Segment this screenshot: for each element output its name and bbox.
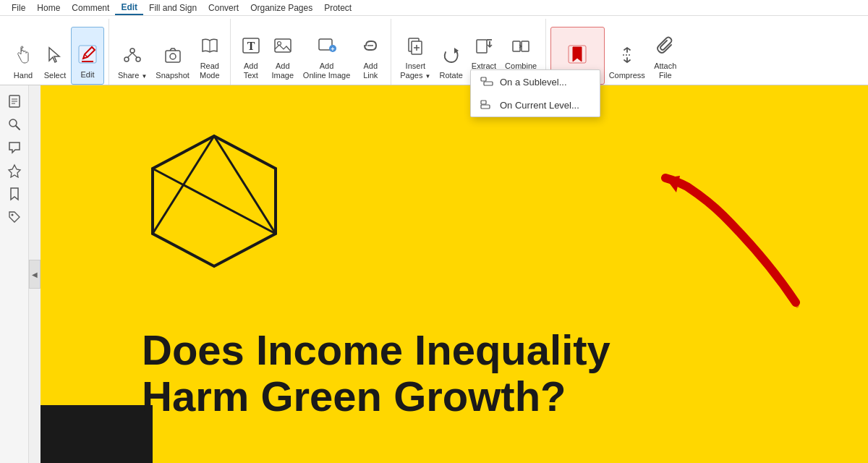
edit-icon (76, 43, 99, 66)
menu-organize[interactable]: Organize Pages (244, 1, 318, 14)
edit-button[interactable]: Edit (71, 27, 104, 85)
svg-text:T: T (247, 40, 255, 52)
svg-rect-26 (513, 41, 520, 51)
svg-line-40 (16, 126, 20, 129)
rotate-icon (440, 43, 463, 67)
rotate-label: Rotate (439, 71, 462, 80)
arrow-annotation (564, 143, 825, 346)
svg-rect-7 (166, 51, 180, 62)
add-online-image-button[interactable]: + AddOnline Image (299, 27, 354, 85)
current-level-icon (480, 99, 494, 111)
share-button[interactable]: Share ▼ (114, 27, 151, 85)
document-page: Does Income Inequality Harm Green Growth… (41, 85, 868, 463)
insert-pages-button[interactable]: InsertPages ▼ (396, 27, 435, 85)
title-line1: Does Income Inequality (142, 327, 839, 373)
ribbon-group-add: T AddText AddImage + AddOnline Image Add… (231, 19, 391, 85)
svg-point-4 (136, 57, 140, 61)
hand-icon (12, 43, 35, 67)
sidebar-pin-icon[interactable] (4, 161, 25, 181)
add-text-label: AddText (244, 61, 258, 80)
menu-convert[interactable]: Convert (203, 1, 244, 14)
menu-protect[interactable]: Protect (318, 1, 357, 14)
snapshot-button[interactable]: Snapshot (151, 27, 193, 85)
add-image-label: AddImage (272, 61, 294, 80)
attach-file-label: AttachFile (654, 61, 676, 80)
document-title: Does Income Inequality Harm Green Growth… (142, 327, 839, 420)
select-icon (43, 43, 67, 67)
svg-point-8 (170, 54, 176, 59)
compress-label: Compress (609, 71, 645, 80)
svg-line-6 (132, 53, 137, 58)
menu-comment[interactable]: Comment (66, 1, 115, 14)
sidebar-bookmark-icon[interactable] (4, 184, 25, 204)
svg-line-45 (153, 169, 276, 234)
add-link-icon (359, 34, 382, 57)
read-mode-button[interactable]: ReadMode (194, 27, 226, 85)
sidebar-comment-icon[interactable] (4, 137, 25, 158)
sidebar-tag-icon[interactable] (4, 207, 25, 227)
collapse-button[interactable]: ◀ (29, 260, 41, 289)
left-sidebar (0, 85, 29, 463)
bookmark-icon (566, 43, 589, 66)
insert-pages-label: InsertPages ▼ (400, 61, 430, 80)
svg-rect-33 (481, 101, 486, 104)
svg-rect-32 (484, 82, 493, 85)
combine-files-icon (509, 34, 532, 57)
svg-rect-31 (481, 77, 486, 81)
menu-home[interactable]: Home (31, 1, 66, 14)
select-label: Select (44, 71, 67, 80)
insert-pages-icon (404, 34, 427, 57)
hex-shape (142, 129, 286, 291)
sidebar-search-icon[interactable] (4, 114, 25, 135)
compress-button[interactable]: Compress (605, 27, 650, 85)
svg-text:+: + (331, 46, 334, 53)
main-layout: ◀ Does Income Inequality Harm Green G (0, 85, 868, 463)
attach-file-icon (654, 34, 677, 57)
hand-label: Hand (14, 71, 33, 80)
read-mode-label: ReadMode (200, 61, 220, 80)
add-link-button[interactable]: AddLink (354, 27, 386, 85)
svg-rect-12 (275, 39, 291, 52)
sublevel-icon (480, 76, 494, 88)
menu-edit[interactable]: Edit (115, 1, 143, 15)
add-text-button[interactable]: T AddText (235, 27, 267, 85)
content-area: ◀ Does Income Inequality Harm Green G (29, 85, 868, 463)
current-level-label: On Current Level... (500, 100, 579, 111)
menu-file[interactable]: File (6, 1, 31, 14)
add-image-icon (271, 34, 294, 57)
current-level-item[interactable]: On Current Level... (471, 93, 600, 116)
share-icon (121, 43, 144, 67)
sublevel-item[interactable]: On a Sublevel... (471, 70, 600, 93)
add-online-image-label: AddOnline Image (303, 61, 350, 80)
ribbon-group-tools: Hand Select Edit (3, 19, 109, 85)
hand-button[interactable]: Hand (7, 27, 39, 85)
svg-rect-27 (522, 41, 529, 51)
add-online-image-icon: + (315, 34, 339, 57)
ribbon-group-share: Share ▼ Snapshot ReadMode (109, 19, 231, 85)
svg-point-41 (11, 214, 13, 216)
extract-pages-icon (472, 34, 495, 57)
svg-line-5 (127, 53, 132, 58)
add-image-button[interactable]: AddImage (267, 27, 299, 85)
sublevel-label: On a Sublevel... (500, 77, 567, 88)
add-text-icon: T (239, 34, 263, 57)
ribbon: Hand Select Edit Sha (0, 16, 868, 85)
snapshot-label: Snapshot (156, 71, 189, 80)
svg-rect-34 (481, 105, 490, 109)
share-label: Share ▼ (118, 71, 147, 80)
add-link-label: AddLink (363, 61, 378, 80)
menu-bar: File Home Comment Edit Fill and Sign Con… (0, 0, 868, 16)
menu-fill-sign[interactable]: Fill and Sign (143, 1, 203, 14)
read-mode-icon (198, 34, 221, 57)
sidebar-pages-icon[interactable] (4, 91, 25, 111)
svg-point-2 (130, 48, 135, 53)
compress-icon (616, 43, 639, 67)
attach-file-button[interactable]: AttachFile (650, 27, 681, 85)
rotate-button[interactable]: Rotate (435, 27, 467, 85)
svg-rect-23 (477, 40, 487, 53)
svg-point-3 (124, 57, 129, 61)
select-button[interactable]: Select (39, 27, 71, 85)
black-rectangle (41, 405, 153, 463)
edit-label: Edit (81, 70, 95, 80)
bookmark-dropdown: On a Sublevel... On Current Level... (470, 69, 600, 117)
